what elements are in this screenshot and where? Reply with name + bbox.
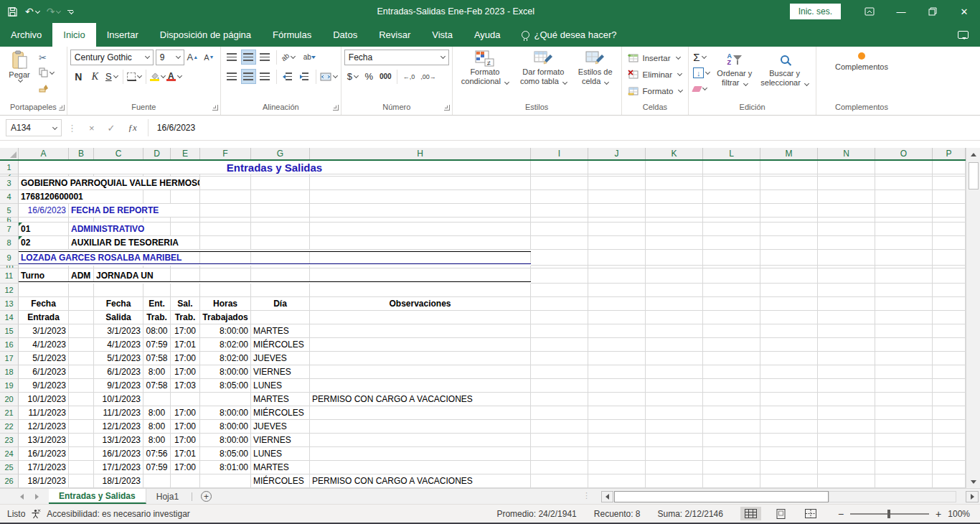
cell[interactable]: [646, 474, 703, 488]
cell[interactable]: [818, 217, 875, 223]
column-header-A[interactable]: A: [19, 148, 69, 159]
cell[interactable]: [646, 352, 703, 365]
cell[interactable]: [310, 352, 531, 365]
cell[interactable]: [588, 338, 646, 352]
row-header-23[interactable]: 23: [0, 434, 19, 447]
tab-disposicion[interactable]: Disposición de página: [149, 23, 262, 47]
cell[interactable]: [875, 406, 933, 420]
cell[interactable]: 8:00:00: [200, 434, 251, 447]
column-header-G[interactable]: G: [251, 148, 310, 159]
cell[interactable]: 07:58: [143, 379, 171, 393]
cell[interactable]: [69, 393, 94, 406]
cell[interactable]: 17:01: [171, 447, 200, 461]
cell[interactable]: [875, 223, 933, 236]
cell[interactable]: 8:00: [143, 365, 171, 379]
cell[interactable]: [646, 324, 703, 338]
cell[interactable]: MIÉRCOLES: [251, 338, 310, 352]
cell[interactable]: Día: [251, 297, 310, 311]
sign-in-button[interactable]: Inic. ses.: [790, 4, 841, 19]
cell[interactable]: [760, 447, 818, 461]
cell[interactable]: [875, 177, 933, 190]
cell[interactable]: [760, 461, 818, 474]
row-header-3[interactable]: 3: [0, 177, 19, 190]
cell[interactable]: [703, 406, 760, 420]
cell[interactable]: [760, 190, 818, 204]
cell[interactable]: [171, 190, 200, 204]
insert-cells-button[interactable]: Insertar: [625, 50, 683, 66]
cell[interactable]: [531, 474, 588, 488]
cell[interactable]: 17:00: [171, 434, 200, 447]
cell[interactable]: [531, 379, 588, 393]
column-header-L[interactable]: L: [703, 148, 760, 159]
cell[interactable]: [310, 311, 531, 324]
cell[interactable]: [588, 177, 646, 190]
cell[interactable]: [646, 434, 703, 447]
cell[interactable]: [310, 177, 531, 190]
cell[interactable]: [531, 177, 588, 190]
cell[interactable]: [588, 352, 646, 365]
cell[interactable]: PERMISO CON CARGO A VACACIONES: [310, 474, 531, 488]
cell[interactable]: [310, 324, 531, 338]
accessibility-icon[interactable]: [31, 509, 41, 519]
cell[interactable]: [875, 379, 933, 393]
cell[interactable]: 16/1/2023: [94, 447, 143, 461]
cell[interactable]: [703, 434, 760, 447]
cell[interactable]: [531, 434, 588, 447]
cell[interactable]: JUEVES: [251, 420, 310, 434]
cell[interactable]: [818, 324, 875, 338]
cell[interactable]: [69, 461, 94, 474]
cell[interactable]: [760, 324, 818, 338]
cell[interactable]: [588, 393, 646, 406]
cell[interactable]: [531, 338, 588, 352]
tab-insertar[interactable]: Insertar: [96, 23, 149, 47]
cell[interactable]: AUXILIAR DE TESORERIA: [69, 236, 200, 250]
row-header-8[interactable]: 8: [0, 236, 19, 250]
column-header-N[interactable]: N: [818, 148, 875, 159]
cell[interactable]: [760, 297, 818, 311]
cell[interactable]: [69, 297, 94, 311]
cell[interactable]: [818, 223, 875, 236]
cell[interactable]: [531, 393, 588, 406]
cell[interactable]: [69, 420, 94, 434]
cell[interactable]: 9/1/2023: [19, 379, 69, 393]
cell[interactable]: [760, 434, 818, 447]
cell[interactable]: [818, 284, 875, 297]
cell[interactable]: [531, 284, 588, 297]
decrease-indent-button[interactable]: [281, 69, 296, 84]
column-header-D[interactable]: D: [143, 148, 171, 159]
cell[interactable]: 10/1/2023: [94, 393, 143, 406]
cell[interactable]: [531, 223, 588, 236]
cell[interactable]: [760, 379, 818, 393]
row-header-4[interactable]: 4: [0, 190, 19, 204]
cell[interactable]: 18/1/2023: [19, 474, 69, 488]
cell[interactable]: [310, 236, 531, 250]
cell[interactable]: [588, 461, 646, 474]
cell[interactable]: [703, 447, 760, 461]
cell[interactable]: [933, 352, 966, 365]
scroll-up-icon[interactable]: [967, 148, 980, 161]
cell[interactable]: 3/1/2023: [19, 324, 69, 338]
cell[interactable]: [933, 447, 966, 461]
tab-inicio[interactable]: Inicio: [52, 23, 95, 47]
tab-vista[interactable]: Vista: [421, 23, 463, 47]
cell[interactable]: [69, 447, 94, 461]
cell[interactable]: [310, 223, 531, 236]
cell[interactable]: [703, 204, 760, 217]
cell[interactable]: 8:00:00: [200, 365, 251, 379]
column-header-E[interactable]: E: [171, 148, 200, 159]
cell[interactable]: 8:02:00: [200, 338, 251, 352]
cell[interactable]: [69, 379, 94, 393]
cell[interactable]: [646, 177, 703, 190]
cell[interactable]: LUNES: [251, 379, 310, 393]
horizontal-scroll-track[interactable]: [829, 491, 956, 502]
cell[interactable]: [94, 284, 143, 297]
vertical-scroll-thumb[interactable]: [969, 162, 979, 190]
row-header-16[interactable]: 16: [0, 338, 19, 352]
cell[interactable]: [760, 393, 818, 406]
cell[interactable]: FECHA DE REPORTE: [69, 204, 200, 217]
cell[interactable]: [933, 434, 966, 447]
cell[interactable]: 4/1/2023: [19, 338, 69, 352]
cell[interactable]: [760, 474, 818, 488]
scroll-down-icon[interactable]: [967, 475, 980, 488]
cell[interactable]: [760, 352, 818, 365]
